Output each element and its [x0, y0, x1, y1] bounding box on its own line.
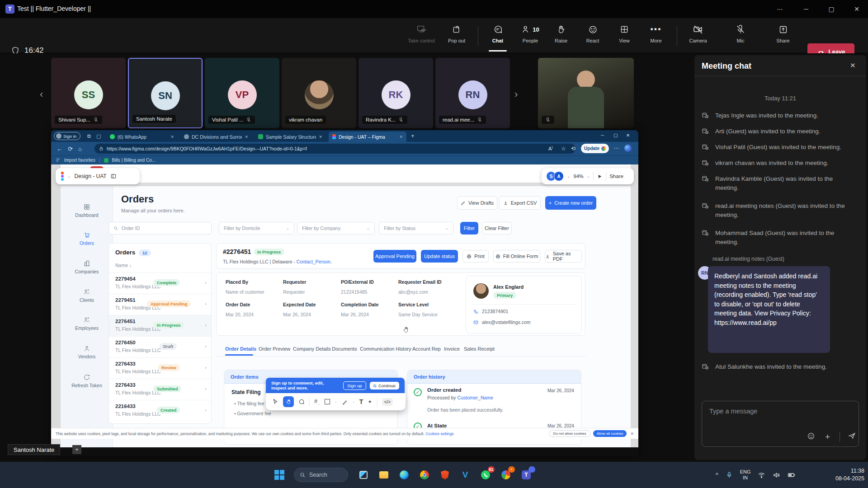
save-as-pdf-button[interactable]: Save as PDF: [545, 250, 582, 263]
new-tab-button[interactable]: +: [411, 132, 415, 139]
attach-plus-icon[interactable]: +: [825, 432, 830, 442]
edge-icon[interactable]: [398, 469, 410, 481]
sidebar-item-refresh-token[interactable]: Refresh Token: [61, 374, 113, 388]
tab-sales-receipt[interactable]: Sales Receipt: [464, 346, 495, 352]
create-new-order-button[interactable]: + Create new order: [545, 196, 596, 210]
emoji-icon[interactable]: [807, 432, 815, 442]
chevron-down-icon[interactable]: ⌄: [567, 174, 571, 178]
share-button[interactable]: Share: [769, 23, 797, 50]
filter-domicile-select[interactable]: Filter by Domicile⌄: [219, 222, 294, 235]
whatsapp-icon[interactable]: 81: [479, 469, 492, 481]
file-explorer-icon[interactable]: [377, 469, 390, 481]
browser-tab-figma-active[interactable]: Design - UAT – Figma✕: [329, 131, 406, 142]
sidebar-item-companies[interactable]: Companies: [61, 260, 113, 274]
tab-close-icon[interactable]: ✕: [319, 135, 322, 139]
pop-out-button[interactable]: Pop out: [442, 23, 471, 50]
close-button[interactable]: ✕: [846, 0, 867, 18]
browser-more-icon[interactable]: ⋯: [613, 145, 619, 151]
deny-cookies-button[interactable]: Do not allow cookies: [549, 430, 590, 437]
text-tool-icon[interactable]: T: [359, 398, 363, 405]
zoom-level[interactable]: 94%: [574, 174, 584, 179]
cookie-settings-link[interactable]: Cookies settings: [425, 432, 453, 436]
order-row[interactable]: 2279454TL Flex Holdings LLC Complete›: [109, 272, 211, 294]
browser-extension-icon[interactable]: ⧉: [87, 133, 91, 139]
tray-battery-icon[interactable]: [788, 471, 796, 479]
browser-close[interactable]: ✕: [626, 133, 630, 138]
order-row[interactable]: 2276433TL Flex Holdings LLC Review›: [109, 357, 211, 379]
sidebar-item-clients[interactable]: Clients: [61, 288, 113, 303]
play-icon[interactable]: [597, 174, 603, 179]
presenter-pin-button[interactable]: +: [72, 445, 81, 454]
pen-tool-icon[interactable]: [342, 399, 348, 405]
browser-tab-whatsapp[interactable]: (6) WhatsApp✕: [106, 131, 178, 142]
taskbar-search[interactable]: Search: [294, 468, 348, 482]
task-view-icon[interactable]: [357, 469, 370, 481]
copilot-icon[interactable]: [624, 145, 632, 152]
teams-icon[interactable]: T: [520, 469, 533, 481]
more-button[interactable]: ••• More: [642, 23, 670, 50]
order-id-input[interactable]: Order ID: [108, 222, 212, 235]
allow-cookies-button[interactable]: Allow all cookies: [593, 430, 627, 437]
tray-language[interactable]: ENGIN: [740, 469, 751, 481]
component-tool-icon[interactable]: ✦: [368, 399, 372, 405]
move-tool-icon[interactable]: [272, 399, 278, 405]
taskbar-clock[interactable]: 11:3808-04-2025: [826, 467, 864, 483]
browser-workspace-icon[interactable]: ▢: [96, 133, 101, 139]
send-icon[interactable]: [848, 432, 856, 442]
order-row-selected[interactable]: 2276451TL Flex Holdings LLC In Progress›: [109, 315, 211, 336]
figma-doc-pill[interactable]: ⌄ Design - UAT: [56, 168, 140, 184]
tab-order-preview[interactable]: Order Preview: [259, 346, 290, 352]
browser-tab-dc-divisions[interactable]: DC Divisions and Surroundings✕: [180, 131, 252, 142]
home-icon[interactable]: ⌂: [78, 145, 82, 152]
bills-bookmark-link[interactable]: Bills | Billing and Co...: [112, 158, 156, 163]
chat-close-icon[interactable]: ✕: [850, 61, 856, 70]
tab-account-rep[interactable]: Account Rep: [412, 346, 441, 352]
approval-pending-button[interactable]: Approval Pending: [373, 250, 416, 263]
browser-minimize[interactable]: ─: [601, 133, 604, 138]
customer-name-link[interactable]: Customer_Name: [458, 395, 493, 400]
browser-profile-button[interactable]: Sign in: [54, 132, 80, 140]
maximize-button[interactable]: ▢: [821, 0, 842, 18]
tab-documents[interactable]: Documents: [332, 346, 357, 352]
import-favorites-link[interactable]: Import favorites: [64, 158, 95, 163]
read-aloud-icon[interactable]: A): [548, 145, 553, 151]
back-icon[interactable]: ←: [57, 145, 62, 152]
sidebar-item-vendors[interactable]: Vendors: [61, 345, 113, 359]
browser-profile-icon[interactable]: •: [500, 469, 512, 481]
tab-communication-history[interactable]: Communication History: [360, 346, 411, 352]
tab-company-details[interactable]: Company Details: [293, 346, 331, 352]
tab-close-icon[interactable]: ✕: [399, 135, 403, 139]
sync-icon[interactable]: ⟲: [571, 145, 576, 152]
order-row[interactable]: 2279451TL Flex Holdings LLC Approval Pen…: [109, 294, 211, 315]
dev-mode-toggle[interactable]: </>: [382, 398, 393, 406]
clear-filter-button[interactable]: Clear Filter: [482, 222, 512, 235]
refresh-icon[interactable]: ⟳: [68, 145, 73, 152]
tray-wifi-icon[interactable]: [758, 471, 765, 479]
browser-tab-sheet[interactable]: Sample Salary Structure with calc✕: [255, 131, 326, 142]
order-row[interactable]: 2276450TL Flex Holdings LLC Draft›: [109, 336, 211, 357]
browser-update-button[interactable]: Update: [581, 144, 609, 153]
brave-icon[interactable]: [439, 469, 451, 481]
participant-tile-video[interactable]: [538, 58, 634, 128]
people-button[interactable]: 10 People: [513, 23, 547, 50]
cookie-close-icon[interactable]: ✕: [630, 432, 634, 436]
tab-invoice[interactable]: Invoice: [444, 346, 460, 352]
figma-share-button[interactable]: Share: [609, 174, 623, 179]
window-menu-icon[interactable]: ⋯: [769, 0, 790, 18]
collaborator-avatar[interactable]: A: [554, 171, 564, 181]
chat-message-input[interactable]: Type a message +: [702, 401, 859, 447]
sidebar-item-employees[interactable]: Employees: [61, 316, 113, 331]
sign-up-button[interactable]: Sign up: [343, 381, 366, 390]
tab-order-details[interactable]: Order Details: [225, 346, 256, 352]
tab-close-icon[interactable]: ✕: [170, 135, 174, 139]
participant-tile[interactable]: vikram chavan: [282, 58, 356, 128]
tray-chevron-icon[interactable]: ^: [716, 472, 718, 478]
camera-button[interactable]: Camera: [684, 23, 712, 50]
view-drafts-button[interactable]: View Drafts: [457, 196, 497, 210]
url-field[interactable]: https://www.figma.com/design/9BKQ0FOHRWa…: [94, 144, 576, 154]
filter-button[interactable]: Filter: [460, 222, 478, 235]
participant-tile[interactable]: SS Shivani Sup...: [51, 58, 126, 128]
order-row[interactable]: 2216433TL Flex Holdings LLC Created›: [109, 400, 211, 421]
tab-close-icon[interactable]: ✕: [245, 135, 248, 139]
react-button[interactable]: React: [578, 23, 607, 50]
